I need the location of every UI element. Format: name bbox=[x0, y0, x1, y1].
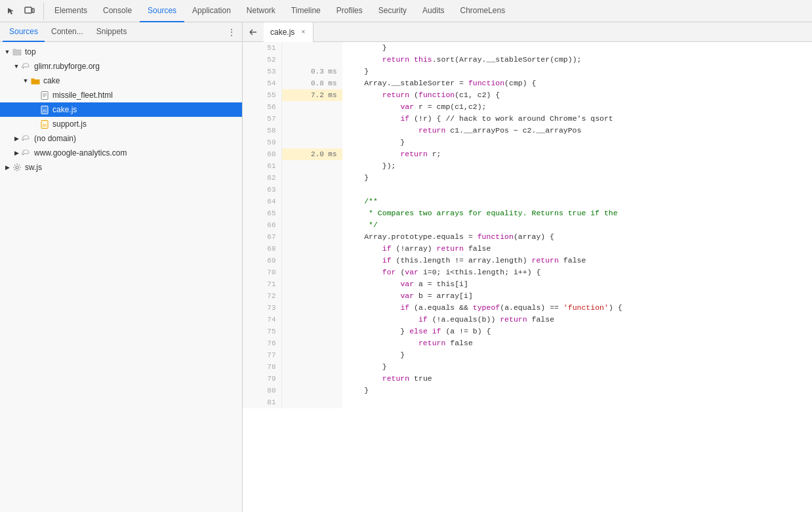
gear-file-icon bbox=[12, 162, 22, 173]
code-line: 63 bbox=[243, 184, 812, 196]
tab-security[interactable]: Security bbox=[371, 0, 415, 22]
line-number: 67 bbox=[243, 231, 282, 243]
line-number: 79 bbox=[243, 373, 282, 385]
line-timing bbox=[282, 196, 342, 207]
code-area[interactable]: 51 }52 return this.sort(Array.__stableSo… bbox=[243, 42, 812, 512]
editor-tabs: cake.js × bbox=[243, 22, 812, 42]
code-line: 79 return true bbox=[243, 373, 812, 385]
tab-sources[interactable]: Sources bbox=[140, 0, 184, 22]
code-line: 81 bbox=[243, 396, 812, 408]
line-code: if (this.length != array.length) return … bbox=[342, 255, 812, 267]
line-code: var b = array[i] bbox=[342, 290, 812, 302]
line-code: return c1.__arrayPos − c2.__arrayPos bbox=[342, 125, 812, 137]
tab-profiles[interactable]: Profiles bbox=[329, 0, 371, 22]
arrow-right-icon: ▶ bbox=[3, 163, 12, 172]
code-line: 76 return false bbox=[243, 337, 812, 349]
tab-console[interactable]: Console bbox=[95, 0, 140, 22]
line-code: * Compares two arrays for equality. Retu… bbox=[342, 207, 812, 219]
line-timing bbox=[282, 396, 342, 408]
tab-audits[interactable]: Audits bbox=[415, 0, 452, 22]
cloud-icon bbox=[21, 133, 31, 144]
top-nav-tabs: Elements Console Sources Application Net… bbox=[47, 0, 513, 22]
tree-item-top[interactable]: ▼ top bbox=[0, 45, 242, 59]
devtools-icons bbox=[3, 3, 44, 20]
subtab-snippets[interactable]: Snippets bbox=[90, 22, 134, 42]
cursor-icon[interactable] bbox=[3, 3, 20, 20]
line-number: 63 bbox=[243, 184, 282, 196]
more-tabs-button[interactable]: ⋮ bbox=[224, 24, 239, 40]
line-timing bbox=[282, 231, 342, 243]
device-icon[interactable] bbox=[21, 3, 38, 20]
line-number: 72 bbox=[243, 290, 282, 302]
line-timing bbox=[282, 207, 342, 219]
code-line: 557.2 ms return (function(c1, c2) { bbox=[243, 89, 812, 101]
tree-item-missile-fleet[interactable]: missile_fleet.html bbox=[0, 88, 242, 102]
file-js-icon: JS bbox=[39, 104, 50, 115]
tree-item-no-domain[interactable]: ▶ (no domain) bbox=[0, 131, 242, 146]
tree-item-support-js[interactable]: JS support.js bbox=[0, 117, 242, 131]
tab-network[interactable]: Network bbox=[239, 0, 283, 22]
line-code: if (a.equals && typeof(a.equals) == 'fun… bbox=[342, 302, 812, 314]
line-timing bbox=[282, 255, 342, 267]
tree-label-glimr: glimr.rubyforge.org bbox=[34, 62, 100, 71]
code-line: 57 if (!r) { // hack to work around Chro… bbox=[243, 113, 812, 125]
line-timing bbox=[282, 219, 342, 231]
code-line: 51 } bbox=[243, 42, 812, 54]
line-number: 76 bbox=[243, 337, 282, 349]
no-arrow bbox=[30, 91, 39, 100]
tree-item-cake-folder[interactable]: ▼ cake bbox=[0, 74, 242, 88]
tree-label-cake-js: cake.js bbox=[52, 105, 77, 114]
line-code: Array.__stableSorter = function(cmp) { bbox=[342, 77, 812, 89]
arrow-down-icon: ▼ bbox=[12, 62, 21, 71]
line-timing bbox=[282, 337, 342, 349]
svg-text:JS: JS bbox=[42, 109, 47, 113]
line-code: if (!array) return false bbox=[342, 243, 812, 255]
code-line: 70 for (var i=0; i<this.length; i++) { bbox=[243, 267, 812, 278]
tab-application[interactable]: Application bbox=[184, 0, 239, 22]
line-code: } bbox=[342, 42, 812, 54]
line-code bbox=[342, 184, 812, 196]
line-timing bbox=[282, 42, 342, 54]
line-timing bbox=[282, 302, 342, 314]
no-arrow bbox=[30, 105, 39, 114]
folder-icon bbox=[30, 75, 41, 86]
editor-tab-filename: cake.js bbox=[270, 28, 294, 37]
subtab-sources[interactable]: Sources bbox=[3, 22, 45, 42]
code-line: 64 /** bbox=[243, 196, 812, 207]
editor-tab-cake-js[interactable]: cake.js × bbox=[264, 22, 314, 42]
line-number: 78 bbox=[243, 361, 282, 373]
tree-item-sw-js[interactable]: ▶ sw.js bbox=[0, 160, 242, 175]
tab-timeline[interactable]: Timeline bbox=[283, 0, 329, 22]
line-code: } bbox=[342, 172, 812, 184]
tab-chromelens[interactable]: ChromeLens bbox=[452, 0, 513, 22]
line-code: if (!r) { // hack to work around Chrome'… bbox=[342, 113, 812, 125]
tree-label-sw-js: sw.js bbox=[25, 163, 42, 172]
tree-item-google-analytics[interactable]: ▶ www.google-analytics.com bbox=[0, 146, 242, 160]
tree-item-glimr[interactable]: ▼ glimr.rubyforge.org bbox=[0, 59, 242, 74]
line-number: 52 bbox=[243, 54, 282, 66]
code-line: 78 } bbox=[243, 361, 812, 373]
code-line: 540.8 ms Array.__stableSorter = function… bbox=[243, 77, 812, 89]
left-panel: Sources Conten... Snippets ⋮ ▼ top ▼ bbox=[0, 22, 243, 512]
line-number: 56 bbox=[243, 101, 282, 113]
tab-elements[interactable]: Elements bbox=[47, 0, 95, 22]
line-timing bbox=[282, 349, 342, 361]
code-line: 602.0 ms return r; bbox=[243, 148, 812, 160]
cloud-icon bbox=[21, 61, 31, 72]
tree-item-cake-js[interactable]: JS cake.js bbox=[0, 102, 242, 117]
line-timing bbox=[282, 54, 342, 66]
subtab-content[interactable]: Conten... bbox=[45, 22, 90, 42]
back-button[interactable] bbox=[244, 23, 262, 41]
line-number: 69 bbox=[243, 255, 282, 267]
code-line: 66 */ bbox=[243, 219, 812, 231]
line-number: 65 bbox=[243, 207, 282, 219]
arrow-right-icon: ▶ bbox=[12, 148, 21, 158]
tab-close-button[interactable]: × bbox=[298, 28, 308, 37]
main-layout: Sources Conten... Snippets ⋮ ▼ top ▼ bbox=[0, 22, 812, 512]
line-timing bbox=[282, 160, 342, 172]
line-code: */ bbox=[342, 219, 812, 231]
code-line: 65 * Compares two arrays for equality. R… bbox=[243, 207, 812, 219]
code-line: 68 if (!array) return false bbox=[243, 243, 812, 255]
code-line: 67 Array.prototype.equals = function(arr… bbox=[243, 231, 812, 243]
line-number: 70 bbox=[243, 267, 282, 278]
